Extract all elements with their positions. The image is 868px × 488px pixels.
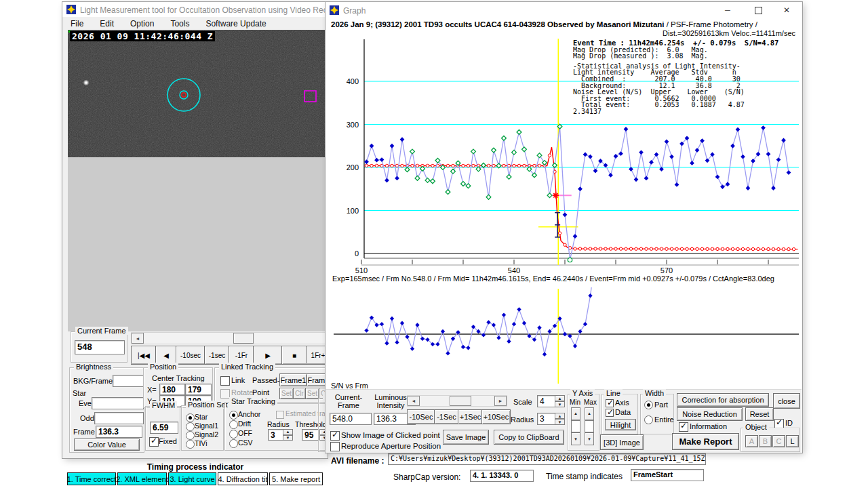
data-point-open-diamond bbox=[553, 163, 557, 167]
fwhm-fixed-checkbox[interactable] bbox=[149, 437, 159, 447]
width-entire-radio[interactable] bbox=[644, 415, 653, 424]
residual-point bbox=[573, 344, 577, 348]
data-point-diamond bbox=[583, 152, 588, 157]
point-label: Point bbox=[252, 388, 269, 396]
sharpcap-version-field[interactable]: 4. 1. 13343. 0 bbox=[470, 470, 534, 482]
position-set-signal2-radio[interactable] bbox=[186, 431, 195, 440]
object-l-button[interactable]: L bbox=[786, 435, 799, 447]
link-checkbox[interactable] bbox=[220, 376, 230, 386]
show-image-checkbox[interactable] bbox=[330, 431, 340, 441]
clr1-button[interactable]: Clr bbox=[293, 388, 306, 399]
3d-image-button[interactable]: [3D] Image bbox=[600, 434, 644, 450]
set1-button[interactable]: Set bbox=[279, 388, 294, 399]
graph-scrollbar-right-arrow-icon[interactable]: ► bbox=[494, 396, 507, 406]
graph-step-minus1sec-button[interactable]: -1Sec bbox=[434, 409, 459, 424]
position-label: Position bbox=[148, 363, 178, 371]
video-frame[interactable]: 2026 01 09 11:42:46:044 Z bbox=[68, 30, 326, 157]
minimize-button[interactable]: ─ bbox=[714, 2, 741, 18]
make-report-button[interactable]: Make Report bbox=[672, 433, 739, 450]
gw-current-frame-field[interactable]: 548.0 bbox=[330, 413, 372, 425]
object-c-button[interactable]: C bbox=[772, 435, 785, 447]
graph-step-minus10sec-button[interactable]: -10Sec bbox=[407, 409, 435, 424]
maximize-button[interactable] bbox=[745, 2, 772, 18]
id-checkbox[interactable] bbox=[774, 419, 784, 428]
position-set-star-radio[interactable] bbox=[186, 413, 195, 422]
color-value-button[interactable]: Color Value bbox=[74, 439, 140, 451]
menu-file[interactable]: File bbox=[62, 18, 92, 30]
noise-reduction-button[interactable]: Noise Reduction bbox=[677, 407, 743, 421]
menu-option[interactable]: Option bbox=[122, 18, 162, 30]
estimated-track-checkbox[interactable] bbox=[276, 411, 284, 419]
star-tracking-csv-radio[interactable] bbox=[229, 439, 238, 448]
width-part-radio[interactable] bbox=[644, 401, 653, 409]
scrollbar-left-arrow-icon[interactable]: ◄ bbox=[132, 333, 144, 344]
transport-minus-10sec-button[interactable]: -10sec bbox=[176, 346, 205, 365]
frame-brightness-field[interactable]: 136.3 bbox=[96, 426, 142, 438]
position-set-signal1-radio[interactable] bbox=[186, 422, 195, 431]
line-data-checkbox[interactable] bbox=[606, 409, 614, 417]
desktop: Light Measurement tool for Occultation O… bbox=[0, 0, 868, 488]
position-set-group: Position Set StarSignal1Signal2TIVi bbox=[181, 405, 224, 451]
data-point-open-diamond bbox=[517, 130, 521, 135]
object-group: Object ABCL bbox=[741, 428, 800, 452]
transport-stop-button[interactable]: ■ bbox=[281, 346, 307, 365]
y-min-spinner[interactable]: ▲▼ bbox=[571, 407, 580, 445]
avi-filename-field[interactable]: C:¥Users¥mizuk¥Desktop¥(39312)2001TD93AD… bbox=[388, 453, 706, 465]
odd-field[interactable] bbox=[94, 412, 144, 424]
rotate-checkbox[interactable] bbox=[220, 389, 230, 399]
tracking-radius-spinner[interactable]: ▲▼ bbox=[283, 429, 293, 441]
graph-radius-field[interactable]: 3 bbox=[537, 413, 556, 425]
timestamp-indicates-field[interactable]: FrameStart bbox=[631, 469, 704, 481]
transport-step-back-button[interactable]: ◀ bbox=[155, 346, 177, 365]
set2-button[interactable]: Set bbox=[305, 388, 319, 399]
x-center-field[interactable]: 180 bbox=[159, 384, 185, 395]
graph-radius-spinner[interactable]: ▲▼ bbox=[555, 413, 565, 425]
menu-tools[interactable]: Tools bbox=[162, 18, 197, 30]
line-axis-checkbox[interactable] bbox=[606, 399, 614, 407]
star-tracking-anchor-radio[interactable] bbox=[229, 411, 238, 420]
graph-scrollbar-left-arrow-icon[interactable]: ◄ bbox=[408, 396, 420, 406]
y-max-spinner[interactable]: ▲▼ bbox=[585, 407, 594, 445]
model-marker bbox=[589, 247, 591, 250]
graph-step-plus10sec-button[interactable]: +10Sec bbox=[481, 409, 511, 424]
frame-scrollbar[interactable]: ◄ bbox=[131, 332, 328, 344]
object-b-button[interactable]: B bbox=[759, 435, 772, 447]
graph-step-plus1sec-button[interactable]: +1Sec bbox=[458, 409, 483, 424]
transport-plus-1frame-button[interactable]: 1Fr+ bbox=[306, 346, 328, 365]
fwhm-field[interactable]: 6.59 bbox=[150, 422, 178, 434]
graph-scrollbar-thumb[interactable] bbox=[450, 396, 471, 406]
scrollbar-thumb[interactable] bbox=[233, 333, 254, 344]
information-checkbox[interactable] bbox=[679, 422, 688, 432]
reset-button[interactable]: Reset bbox=[745, 407, 774, 421]
copy-clipboard-button[interactable]: Copy to ClipBoard bbox=[494, 430, 564, 445]
hilight-button[interactable]: Hilight bbox=[605, 419, 636, 430]
data-point-diamond bbox=[675, 182, 679, 187]
menu-edit[interactable]: Edit bbox=[92, 18, 122, 30]
close-window-button[interactable]: ✕ bbox=[773, 2, 800, 18]
even-field[interactable] bbox=[92, 397, 144, 409]
transport-skip-start-button[interactable]: |◀◀ bbox=[131, 346, 157, 365]
transport-minus-1sec-button[interactable]: -1sec bbox=[204, 346, 230, 365]
scale-spinner[interactable]: ▲▼ bbox=[555, 395, 565, 407]
scale-field[interactable]: 4 bbox=[537, 395, 556, 407]
graph-scrollbar[interactable]: ◄ ► bbox=[407, 395, 507, 407]
data-point-open-circle bbox=[568, 258, 572, 262]
menu-software-update[interactable]: Software Update bbox=[197, 18, 274, 30]
transport-minus-1frame-button[interactable]: -1Fr bbox=[229, 346, 254, 365]
close-graph-button[interactable]: close bbox=[773, 393, 800, 409]
star-tracking-drift-radio[interactable] bbox=[229, 420, 238, 429]
x-tracking-field[interactable]: 179 bbox=[185, 384, 212, 395]
transport-play-button[interactable]: ▶ bbox=[253, 346, 283, 365]
position-set-tivi-radio[interactable] bbox=[186, 440, 195, 449]
frame2-button[interactable]: Frame2 bbox=[307, 373, 328, 386]
bkg-frame-field[interactable] bbox=[113, 375, 144, 387]
frame1-button[interactable]: Frame1 bbox=[279, 373, 307, 386]
current-frame-label: Current Frame bbox=[75, 327, 128, 335]
save-image-button[interactable]: Save Image bbox=[443, 430, 489, 445]
object-a-button[interactable]: A bbox=[745, 435, 758, 447]
correction-absorption-button[interactable]: Correction for absorption bbox=[677, 393, 769, 407]
residual-chart[interactable] bbox=[331, 287, 802, 386]
star-tracking-off-radio[interactable] bbox=[229, 430, 238, 439]
reproduce-aperture-checkbox[interactable] bbox=[330, 442, 340, 451]
current-frame-field[interactable]: 548 bbox=[75, 340, 125, 354]
